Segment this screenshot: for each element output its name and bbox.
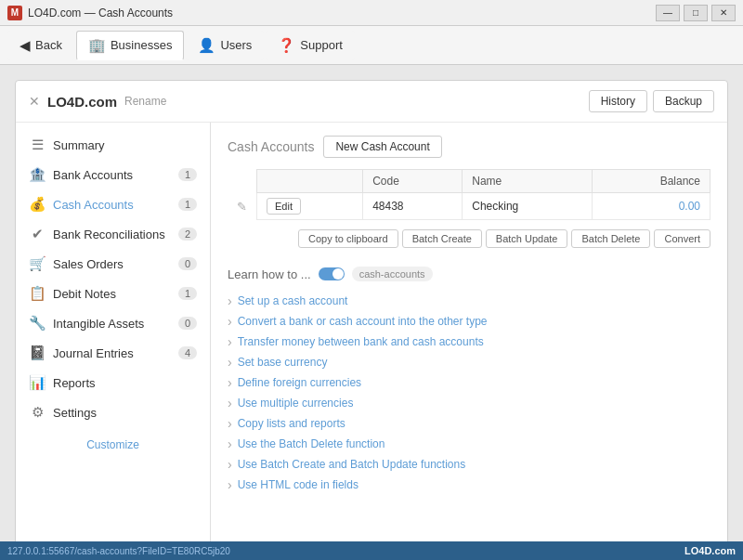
card-close-icon[interactable]: ✕ [29, 94, 40, 109]
backup-button[interactable]: Backup [653, 90, 714, 112]
sales-orders-badge: 0 [178, 257, 197, 270]
sidebar-label-bank-reconciliations: Bank Reconciliations [53, 228, 165, 241]
toolbar: ◀ Back 🏢 Businesses 👤 Users ❓ Support [0, 26, 743, 65]
app-icon: M [7, 6, 22, 20]
learn-link-6[interactable]: › Use multiple currencies [228, 393, 710, 413]
settings-icon: ⚙ [29, 404, 46, 421]
sidebar-item-intangible-assets[interactable]: 🔧 Intangible Assets 0 [16, 308, 210, 338]
business-card: ✕ LO4D.com Rename History Backup ☰ Summa… [15, 80, 728, 545]
users-tab[interactable]: 👤 Users [186, 31, 264, 60]
users-icon: 👤 [198, 37, 215, 54]
intangible-assets-badge: 0 [178, 317, 197, 330]
sidebar-item-sales-orders[interactable]: 🛒 Sales Orders 0 [16, 249, 210, 279]
row-balance: 0.00 [593, 193, 710, 220]
business-name: LO4D.com [47, 94, 117, 110]
learn-header: Learn how to ... cash-accounts [228, 267, 710, 281]
learn-link-10[interactable]: › Use HTML code in fields [228, 475, 710, 495]
close-button[interactable]: ✕ [711, 5, 736, 21]
sidebar-item-settings[interactable]: ⚙ Settings [16, 397, 210, 427]
batch-delete-button[interactable]: Batch Delete [571, 229, 650, 248]
sidebar-label-debit-notes: Debit Notes [53, 287, 116, 301]
learn-link-3[interactable]: › Transfer money between bank and cash a… [228, 332, 710, 352]
history-button[interactable]: History [589, 90, 647, 112]
row-name: Checking [463, 193, 593, 220]
cash-accounts-section-title: Cash Accounts [228, 139, 314, 154]
batch-create-button[interactable]: Batch Create [402, 229, 482, 248]
sidebar-item-reports[interactable]: 📊 Reports [16, 368, 210, 397]
link-dot-3: › [228, 334, 232, 349]
status-url: 127.0.0.1:55667/cash-accounts?FileID=TE8… [7, 546, 230, 556]
learn-section: Learn how to ... cash-accounts › Set up … [228, 267, 710, 495]
cash-accounts-badge: 1 [178, 198, 197, 211]
sidebar-item-bank-reconciliations[interactable]: ✔ Bank Reconciliations 2 [16, 219, 210, 249]
learn-link-4[interactable]: › Set base currency [228, 352, 710, 372]
learn-tag: cash-accounts [352, 267, 433, 281]
sidebar: ☰ Summary 🏦 Bank Accounts 1 💰 Cash Accou… [16, 123, 211, 544]
bank-accounts-badge: 1 [178, 168, 197, 181]
name-header: Name [463, 170, 593, 193]
batch-update-button[interactable]: Batch Update [486, 229, 568, 248]
sidebar-item-summary[interactable]: ☰ Summary [16, 130, 210, 160]
row-code: 48438 [363, 193, 463, 220]
link-dot-8: › [228, 436, 232, 451]
bank-icon: 🏦 [29, 166, 46, 183]
maximize-button[interactable]: □ [684, 5, 708, 21]
row-edit-button[interactable]: Edit [267, 198, 301, 215]
sidebar-label-bank-accounts: Bank Accounts [53, 168, 133, 182]
learn-toggle[interactable] [319, 267, 345, 280]
cash-accounts-table: Code Name Balance ✎ Edit [228, 169, 710, 220]
customize-link[interactable]: Customize [16, 431, 210, 459]
debit-notes-badge: 1 [178, 287, 197, 300]
sidebar-label-reports: Reports [53, 376, 96, 390]
card-body: ☰ Summary 🏦 Bank Accounts 1 💰 Cash Accou… [16, 123, 727, 544]
learn-link-2[interactable]: › Convert a bank or cash account into th… [228, 311, 710, 332]
link-dot-9: › [228, 457, 232, 472]
row-edit-icon-cell: ✎ [228, 193, 257, 220]
table-row: ✎ Edit 48438 Checking 0.00 [228, 193, 710, 220]
link-dot-10: › [228, 477, 232, 492]
sidebar-item-debit-notes[interactable]: 📋 Debit Notes 1 [16, 279, 210, 308]
sidebar-item-bank-accounts[interactable]: 🏦 Bank Accounts 1 [16, 160, 210, 189]
card-header-actions: History Backup [589, 90, 714, 112]
new-cash-account-button[interactable]: New Cash Account [323, 136, 441, 158]
sidebar-item-cash-accounts[interactable]: 💰 Cash Accounts 1 [16, 189, 210, 219]
businesses-tab[interactable]: 🏢 Businesses [76, 31, 184, 60]
link-dot-6: › [228, 396, 232, 410]
sidebar-label-journal-entries: Journal Entries [53, 346, 134, 360]
edit-btn-header [257, 170, 363, 193]
minimize-button[interactable]: — [656, 5, 680, 21]
reports-icon: 📊 [29, 374, 46, 391]
journal-entries-badge: 4 [178, 346, 197, 359]
learn-link-5[interactable]: › Define foreign currencies [228, 372, 710, 393]
convert-button[interactable]: Convert [654, 229, 710, 248]
row-edit-icon: ✎ [237, 200, 247, 214]
title-bar: M LO4D.com — Cash Accounts — □ ✕ [0, 0, 743, 26]
reconcile-icon: ✔ [29, 226, 46, 242]
main-container: ✕ LO4D.com Rename History Backup ☰ Summa… [0, 65, 743, 560]
edit-col-header [228, 170, 257, 193]
learn-link-9[interactable]: › Use Batch Create and Batch Update func… [228, 454, 710, 475]
learn-title: Learn how to ... [228, 267, 311, 281]
link-dot-2: › [228, 314, 232, 329]
sidebar-label-cash-accounts: Cash Accounts [53, 198, 134, 212]
status-bar: 127.0.0.1:55667/cash-accounts?FileID=TE8… [0, 541, 743, 560]
learn-link-7[interactable]: › Copy lists and reports [228, 413, 710, 434]
toggle-knob [332, 268, 344, 280]
copy-clipboard-button[interactable]: Copy to clipboard [298, 229, 398, 248]
table-actions: Copy to clipboard Batch Create Batch Upd… [228, 229, 710, 248]
sidebar-label-sales-orders: Sales Orders [53, 257, 124, 271]
support-icon: ❓ [278, 37, 295, 54]
sidebar-item-journal-entries[interactable]: 📓 Journal Entries 4 [16, 338, 210, 368]
learn-link-8[interactable]: › Use the Batch Delete function [228, 434, 710, 454]
window-controls: — □ ✕ [656, 5, 736, 21]
back-button[interactable]: ◀ Back [7, 31, 74, 60]
content-area: Cash Accounts New Cash Account Code Name… [211, 123, 727, 544]
status-logo: LO4D.com [684, 545, 736, 556]
learn-link-1[interactable]: › Set up a cash account [228, 291, 710, 311]
support-tab[interactable]: ❓ Support [266, 31, 355, 60]
balance-header: Balance [593, 170, 710, 193]
rename-link[interactable]: Rename [124, 95, 166, 108]
link-dot-7: › [228, 416, 232, 431]
link-dot-5: › [228, 375, 232, 390]
intangible-icon: 🔧 [29, 315, 46, 332]
